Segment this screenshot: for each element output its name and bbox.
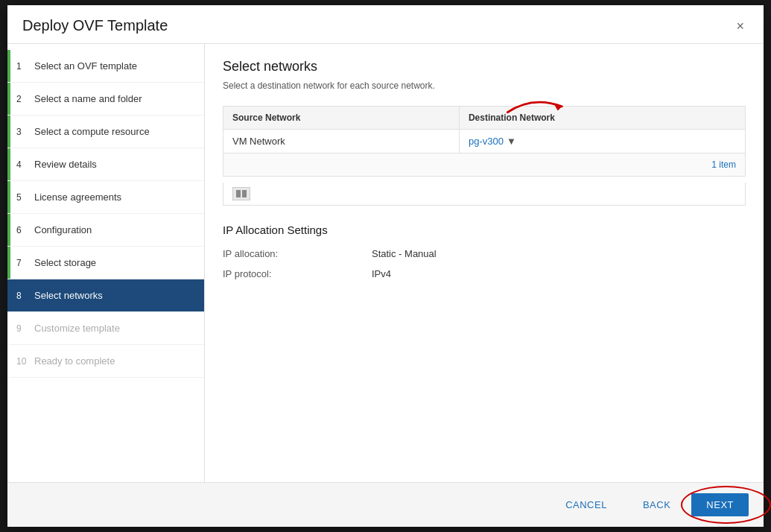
- close-button[interactable]: ×: [732, 18, 749, 34]
- step-label-3: Select a compute resource: [34, 126, 150, 137]
- step-label-7: Select storage: [34, 257, 96, 268]
- ip-allocation-row: IP allocation: Static - Manual: [223, 248, 746, 259]
- page-title: Select networks: [223, 59, 746, 75]
- expand-icon: [232, 187, 250, 200]
- ip-protocol-label: IP protocol:: [223, 268, 372, 279]
- sidebar-item-2[interactable]: 2 Select a name and folder: [7, 83, 204, 115]
- ip-allocation-title: IP Allocation Settings: [223, 224, 746, 236]
- network-table: Source Network Destination Network VM Ne…: [223, 106, 746, 177]
- chevron-down-icon: ▼: [507, 136, 516, 147]
- step-number-9: 9: [16, 323, 28, 334]
- dialog-title: Deploy OVF Template: [22, 17, 168, 34]
- step-label-5: License agreements: [34, 191, 121, 203]
- sidebar-item-3[interactable]: 3 Select a compute resource: [7, 115, 204, 148]
- step-number-3: 3: [16, 127, 28, 137]
- destination-network-cell: pg-v300 ▼: [459, 130, 745, 153]
- step-number-1: 1: [16, 61, 28, 72]
- next-wrapper: NEXT: [691, 493, 749, 516]
- sidebar: 1 Select an OVF template 2 Select a name…: [7, 44, 205, 482]
- source-network-cell: VM Network: [223, 130, 460, 153]
- step-number-8: 8: [16, 291, 28, 301]
- main-content: Select networks Select a destination net…: [205, 44, 764, 482]
- dialog-body: 1 Select an OVF template 2 Select a name…: [7, 44, 764, 482]
- svg-rect-1: [236, 190, 241, 197]
- step-label-10: Ready to complete: [34, 355, 115, 367]
- ip-protocol-value: IPv4: [372, 268, 391, 279]
- ip-protocol-row: IP protocol: IPv4: [223, 268, 746, 279]
- step-label-6: Configuration: [34, 224, 92, 235]
- sidebar-item-6[interactable]: 6 Configuration: [7, 214, 204, 247]
- cancel-button[interactable]: CANCEL: [551, 493, 622, 516]
- sidebar-item-8[interactable]: 8 Select networks: [7, 279, 204, 312]
- page-subtitle: Select a destination network for each so…: [223, 80, 746, 91]
- step-number-2: 2: [16, 94, 28, 104]
- deploy-ovf-dialog: Deploy OVF Template × 1 Select an OVF te…: [7, 5, 764, 527]
- step-number-5: 5: [16, 192, 28, 203]
- sidebar-item-9: 9 Customize template: [7, 312, 204, 345]
- sidebar-item-7[interactable]: 7 Select storage: [7, 247, 204, 279]
- ip-allocation-label: IP allocation:: [223, 248, 372, 259]
- sidebar-item-5[interactable]: 5 License agreements: [7, 181, 204, 214]
- sidebar-item-10: 10 Ready to complete: [7, 345, 204, 378]
- step-label-2: Select a name and folder: [34, 93, 142, 104]
- expand-row[interactable]: [223, 183, 746, 206]
- step-number-7: 7: [16, 258, 28, 268]
- destination-network-select[interactable]: pg-v300 ▼: [469, 136, 516, 147]
- dialog-footer: CANCEL BACK NEXT: [7, 482, 764, 527]
- sidebar-item-1[interactable]: 1 Select an OVF template: [7, 50, 204, 83]
- step-number-10: 10: [16, 356, 28, 367]
- col-destination-network: Destination Network: [459, 107, 745, 130]
- next-button[interactable]: NEXT: [691, 493, 749, 516]
- table-count-row: 1 item: [223, 153, 746, 177]
- table-row: VM Network pg-v300 ▼: [223, 130, 746, 153]
- step-label-4: Review details: [34, 159, 97, 170]
- destination-network-value: pg-v300: [469, 136, 504, 147]
- step-number-6: 6: [16, 225, 28, 235]
- step-label-9: Customize template: [34, 323, 120, 334]
- step-label-1: Select an OVF template: [34, 60, 137, 72]
- back-button[interactable]: BACK: [628, 493, 685, 516]
- sidebar-item-4[interactable]: 4 Review details: [7, 148, 204, 181]
- col-source-network: Source Network: [223, 107, 460, 130]
- ip-allocation-value: Static - Manual: [372, 248, 437, 259]
- dialog-header: Deploy OVF Template ×: [7, 5, 764, 44]
- ip-allocation-section: IP Allocation Settings IP allocation: St…: [223, 224, 746, 288]
- table-count: 1 item: [223, 153, 746, 177]
- step-label-8: Select networks: [34, 290, 103, 301]
- svg-rect-2: [242, 190, 247, 197]
- step-number-4: 4: [16, 159, 28, 170]
